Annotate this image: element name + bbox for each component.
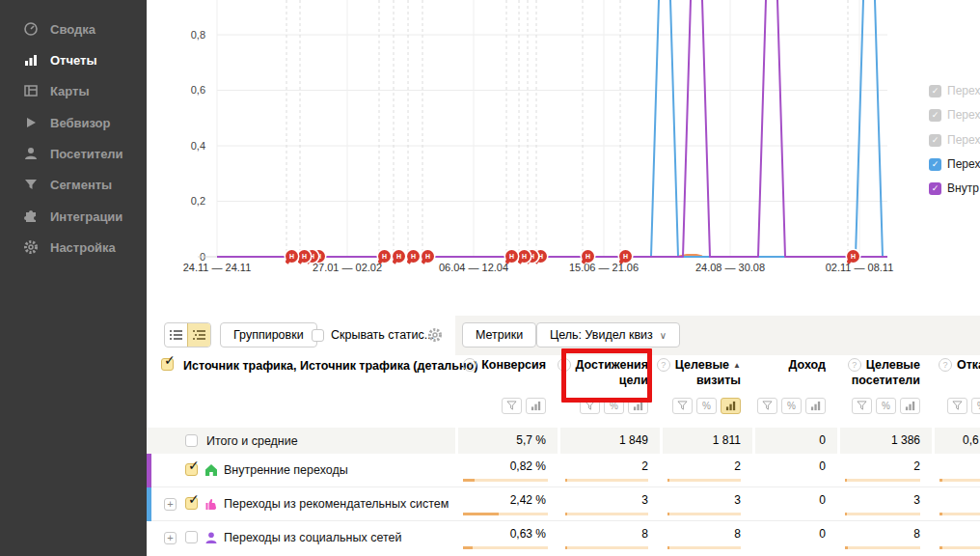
series-purple [217, 0, 887, 257]
goal-label: Цель: Увидел квиз [550, 328, 653, 342]
cell-conversion: 2,42 % [455, 487, 546, 514]
note-marker[interactable]: Н [378, 250, 391, 263]
person-icon [204, 531, 218, 544]
note-marker[interactable]: Н [582, 250, 594, 263]
filter-button[interactable] [852, 398, 872, 414]
cell-goal-reaches: 2 [558, 454, 648, 480]
column-header-bounces[interactable]: ? Отказы [932, 358, 980, 372]
cell-target-visits: 1 811 [660, 428, 741, 454]
filter-button[interactable] [502, 398, 522, 414]
expand-button[interactable]: + [164, 498, 177, 511]
bars-icon [810, 401, 821, 411]
column-controls [455, 398, 546, 414]
tree-view-button[interactable] [187, 323, 210, 347]
percent-button[interactable]: % [971, 398, 980, 414]
x-axis-tick: 15.06 — 21.06 [536, 262, 671, 273]
checkbox-checked-icon[interactable]: ✓ [929, 158, 941, 171]
bars-icon [531, 401, 541, 411]
groupings-label: Группировки [233, 328, 304, 342]
bars-button[interactable] [526, 398, 546, 414]
bars-icon [725, 401, 736, 411]
table-row-internal: ✓ Внутренние переходы 0,82 % 2 2 0 2 [147, 454, 980, 487]
cell-target-visits: 8 [660, 521, 741, 547]
filter-button[interactable] [757, 398, 777, 414]
row-checkbox[interactable]: ✓ [185, 497, 198, 510]
help-icon[interactable]: ? [657, 358, 670, 372]
column-controls: % [660, 398, 741, 414]
note-marker[interactable]: Н [393, 250, 405, 263]
filter-button[interactable] [672, 398, 693, 414]
row-checkbox[interactable] [185, 531, 198, 543]
chart-plot [0, 0, 980, 280]
legend-item[interactable]: ✓ Внутр [929, 181, 980, 195]
help-icon[interactable]: ? [848, 358, 861, 372]
column-header-revenue[interactable]: Доход [752, 358, 826, 372]
annotation-highlight-box [561, 348, 652, 403]
percent-button[interactable]: % [696, 398, 717, 414]
column-header-target-visits-line2: визиты [660, 374, 741, 387]
cell-target-visits: 3 [660, 487, 741, 514]
cell-target-visitors: 1 386 [837, 428, 920, 454]
column-header-conversion[interactable]: ? Конверсия [455, 358, 546, 372]
thumb-up-icon [204, 497, 218, 511]
legend-item[interactable]: ✓ Перех [929, 157, 980, 171]
help-icon[interactable]: ? [463, 358, 476, 372]
cell-target-visitors: 3 [837, 487, 920, 514]
list-icon [170, 329, 182, 341]
select-all-checkbox[interactable]: ✓ [161, 358, 174, 371]
table-row-totals: Итого и средние 5,7 % 1 849 1 811 0 1 38… [147, 428, 980, 454]
legend-label: Перех [947, 133, 980, 147]
cell-target-visitors: 8 [837, 521, 920, 547]
row-checkbox[interactable]: ✓ [185, 463, 198, 476]
goal-select-button[interactable]: Цель: Увидел квиз ∨ [536, 322, 680, 348]
cell-target-visitors: 2 [837, 454, 920, 480]
list-view-button[interactable] [165, 323, 187, 347]
gear-icon[interactable] [427, 327, 443, 347]
cell-goal-reaches: 1 849 [558, 428, 648, 454]
legend-item[interactable]: ✓ Перех [929, 108, 980, 122]
column-controls: % [837, 398, 920, 414]
legend-label: Внутр [947, 181, 979, 195]
legend-item[interactable]: ✓ Перех [929, 84, 980, 97]
note-marker[interactable]: Н [407, 250, 420, 263]
note-marker[interactable]: Н [298, 250, 311, 263]
bars-button[interactable] [900, 398, 920, 414]
metrics-button[interactable]: Метрики [462, 322, 536, 348]
x-axis-tick: 02.11 — 08.11 [792, 262, 927, 273]
expand-button[interactable]: + [164, 532, 177, 544]
checkbox-checked-icon[interactable]: ✓ [929, 85, 941, 97]
checkbox-checked-icon[interactable]: ✓ [929, 134, 941, 147]
column-header-target-visitors[interactable]: ? Целевые [837, 358, 920, 372]
dimension-header[interactable]: Источник трафика, Источник трафика (дета… [183, 359, 477, 373]
checkbox-checked-icon[interactable]: ✓ [929, 109, 941, 122]
row-checkbox[interactable] [185, 434, 198, 447]
row-label[interactable]: Переходы из рекомендательных систем [224, 497, 449, 511]
percent-button[interactable]: % [781, 398, 802, 414]
note-marker[interactable]: Н [847, 250, 859, 263]
share-bar [939, 546, 980, 549]
note-marker[interactable]: Н [619, 250, 632, 263]
share-bar [667, 546, 741, 549]
bars-button-active[interactable] [721, 398, 741, 414]
column-controls: % [947, 398, 980, 414]
row-label[interactable]: Переходы из социальных сетей [224, 531, 401, 544]
hide-static-checkbox[interactable] [312, 329, 324, 342]
groupings-button[interactable]: Группировки [220, 322, 317, 348]
hide-static-label[interactable]: Скрывать статис... [331, 328, 434, 342]
column-header-target-visits[interactable]: ? Целевые ▲ [660, 358, 741, 372]
share-bar [463, 546, 548, 549]
note-marker[interactable]: Н [505, 250, 518, 263]
filter-button[interactable] [947, 398, 967, 414]
note-marker[interactable]: Н [518, 250, 531, 263]
note-marker[interactable]: Н [286, 250, 298, 263]
bars-button[interactable] [805, 398, 826, 414]
help-icon[interactable]: ? [939, 358, 952, 372]
checkbox-checked-icon[interactable]: ✓ [929, 182, 941, 195]
legend-label: Перех [947, 84, 980, 97]
percent-button[interactable]: % [876, 398, 896, 414]
legend-item[interactable]: ✓ Перех [929, 133, 980, 147]
note-marker[interactable]: Н [422, 250, 434, 263]
row-label[interactable]: Внутренние переходы [224, 463, 348, 477]
tree-icon [193, 329, 205, 341]
cell-conversion: 0,82 % [455, 454, 546, 480]
